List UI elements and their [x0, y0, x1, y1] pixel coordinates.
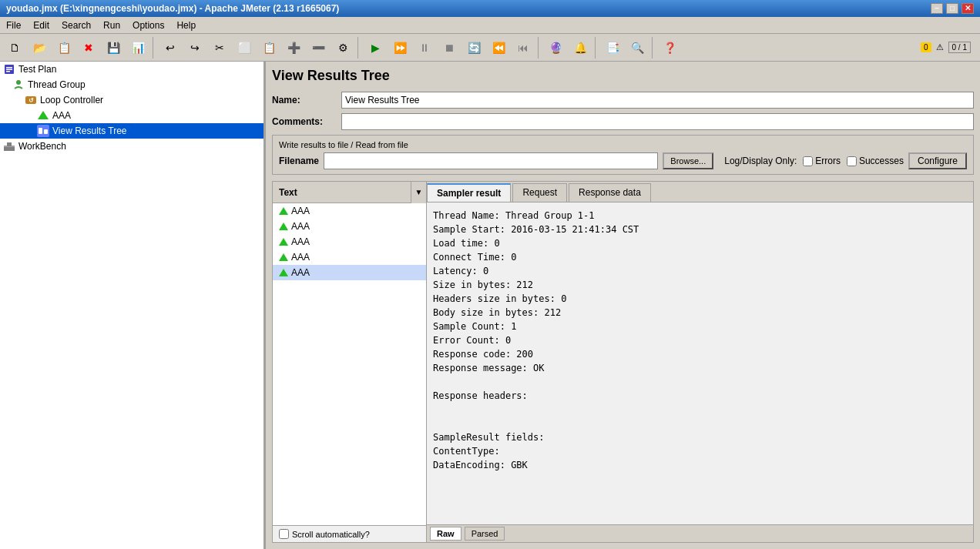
shutdown-button[interactable]: 🔄 — [462, 37, 485, 59]
search-button[interactable]: 🔍 — [626, 37, 649, 59]
stop-button[interactable]: ⏸ — [413, 37, 436, 59]
toolbar-sep-3 — [538, 37, 541, 59]
tree-item-test-plan[interactable]: Test Plan — [0, 62, 263, 77]
new-button[interactable]: 🗋 — [3, 37, 26, 59]
run-no-pause-button[interactable]: ⏩ — [388, 37, 411, 59]
result-item-2[interactable]: AAA — [273, 234, 426, 249]
loop-controller-icon: ↺ — [25, 94, 37, 106]
menu-item-run[interactable]: Run — [97, 18, 126, 32]
name-label: Name: — [272, 95, 341, 105]
log-display-label: Log/Display Only: — [724, 156, 797, 166]
menu-item-search[interactable]: Search — [55, 18, 97, 32]
name-input[interactable] — [341, 92, 974, 109]
tab-sampler-result[interactable]: Sampler result — [427, 183, 511, 202]
tree-item-aaa[interactable]: AAA — [0, 108, 263, 123]
titlebar-controls: – □ ✕ — [931, 3, 974, 14]
bottom-tab-raw[interactable]: Raw — [430, 527, 461, 541]
minimize-button[interactable]: – — [931, 3, 943, 14]
result-item-3[interactable]: AAA — [273, 249, 426, 265]
menu-item-options[interactable]: Options — [126, 18, 170, 32]
result-item-1[interactable]: AAA — [273, 219, 426, 234]
browse-button[interactable]: Browse... — [663, 152, 713, 169]
tree-item-view-results[interactable]: View Results Tree — [0, 123, 263, 139]
configure-button[interactable]: Configure — [908, 152, 967, 169]
result-item-label-2: AAA — [291, 236, 310, 247]
panel-title: View Results Tree — [272, 68, 974, 84]
titlebar: youdao.jmx (E:\xingnengceshi\youdao.jmx)… — [0, 0, 980, 17]
errors-label: Errors — [815, 156, 841, 166]
result-item-icon-3 — [279, 253, 288, 261]
clear-button[interactable]: ⏪ — [487, 37, 510, 59]
expand-button[interactable]: ➕ — [282, 37, 305, 59]
result-item-4[interactable]: AAA — [273, 265, 426, 280]
svg-text:↺: ↺ — [29, 97, 34, 104]
errors-checkbox[interactable] — [803, 156, 813, 166]
stop-now-button[interactable]: ⏹ — [438, 37, 461, 59]
undo-button[interactable]: ↩ — [159, 37, 182, 59]
result-item-0[interactable]: AAA — [273, 203, 426, 219]
bottom-tab-parsed[interactable]: Parsed — [465, 527, 505, 541]
titlebar-text: youdao.jmx (E:\xingnengceshi\youdao.jmx)… — [6, 3, 339, 14]
results-tree-icon — [37, 125, 49, 137]
comments-input[interactable] — [341, 113, 974, 130]
menu-item-help[interactable]: Help — [170, 18, 202, 32]
close-button[interactable]: ✖ — [77, 37, 100, 59]
result-item-label-4: AAA — [291, 267, 310, 278]
tree-item-loop-controller[interactable]: ↺ Loop Controller — [0, 92, 263, 108]
close-button[interactable]: ✕ — [962, 3, 974, 14]
successes-checkbox-label[interactable]: Successes — [847, 156, 904, 166]
bottom-tabs: RawParsed — [427, 524, 973, 542]
right-panel: View Results Tree Name: Comments: Write … — [266, 62, 980, 549]
results-content: Sampler resultRequestResponse data Threa… — [427, 182, 973, 542]
open-button[interactable]: 📂 — [28, 37, 51, 59]
svg-rect-3 — [6, 71, 10, 72]
scroll-auto-checkbox[interactable] — [279, 529, 289, 539]
toggle-button[interactable]: ⚙ — [331, 37, 354, 59]
tab-request[interactable]: Request — [512, 183, 567, 202]
copy-button[interactable]: ⬜ — [233, 37, 256, 59]
maximize-button[interactable]: □ — [946, 3, 958, 14]
log-section: Log/Display Only: Errors Successes — [724, 156, 904, 166]
paste-button[interactable]: 📋 — [257, 37, 280, 59]
results-list-dropdown[interactable]: ▼ — [411, 182, 426, 203]
successes-checkbox[interactable] — [847, 156, 857, 166]
svg-point-4 — [16, 80, 21, 85]
toolbar: 🗋 📂 📋 ✖ 💾 📊 ↩ ↪ ✂ ⬜ 📋 ➕ ➖ ⚙ ▶ ⏩ ⏸ ⏹ 🔄 ⏪ … — [0, 34, 980, 62]
scroll-check-row: Scroll automatically? — [273, 525, 426, 542]
cut-button[interactable]: ✂ — [208, 37, 231, 59]
tree-item-workbench[interactable]: WorkBench — [0, 139, 263, 154]
tree-label-aaa: AAA — [52, 110, 71, 121]
menu-item-file[interactable]: File — [0, 18, 27, 32]
result-item-icon-4 — [279, 269, 288, 276]
about-button[interactable]: ❓ — [658, 37, 681, 59]
filename-label: Filename — [279, 156, 319, 166]
redo-button[interactable]: ↪ — [183, 37, 206, 59]
main-layout: Test Plan Thread Group ↺ Loop Controller… — [0, 62, 980, 549]
tab-response-data[interactable]: Response data — [569, 183, 651, 202]
recent-button[interactable]: 📋 — [52, 37, 76, 59]
comments-label: Comments: — [272, 116, 341, 127]
tree-item-thread-group[interactable]: Thread Group — [0, 77, 263, 92]
left-panel: Test Plan Thread Group ↺ Loop Controller… — [0, 62, 266, 549]
run-button[interactable]: ▶ — [364, 37, 387, 59]
svg-rect-1 — [6, 67, 12, 69]
warning-icon: ⚠ — [936, 42, 944, 52]
collapse-button[interactable]: ➖ — [307, 37, 330, 59]
svg-marker-7 — [38, 111, 49, 119]
results-area: Text ▼ AAAAAAAAAAAAAAA Scroll automatica… — [272, 181, 974, 543]
errors-checkbox-label[interactable]: Errors — [803, 156, 841, 166]
result-item-label-1: AAA — [291, 221, 310, 232]
run-count: 0 / 1 — [948, 42, 971, 53]
template-button[interactable]: 📑 — [601, 37, 624, 59]
svg-rect-9 — [39, 128, 42, 134]
help-button[interactable]: 🔔 — [569, 37, 592, 59]
menu-item-edit[interactable]: Edit — [27, 18, 55, 32]
clear-all-button[interactable]: ⏮ — [512, 37, 535, 59]
func-helper-button[interactable]: 🔮 — [544, 37, 567, 59]
thread-group-icon — [12, 79, 25, 91]
save-button[interactable]: 💾 — [102, 37, 125, 59]
toolbar-counter: 0 ⚠ 0 / 1 — [921, 42, 977, 53]
save-as-button[interactable]: 📊 — [126, 37, 149, 59]
file-section: Write results to file / Read from file F… — [272, 135, 974, 175]
filename-input[interactable] — [324, 152, 658, 169]
